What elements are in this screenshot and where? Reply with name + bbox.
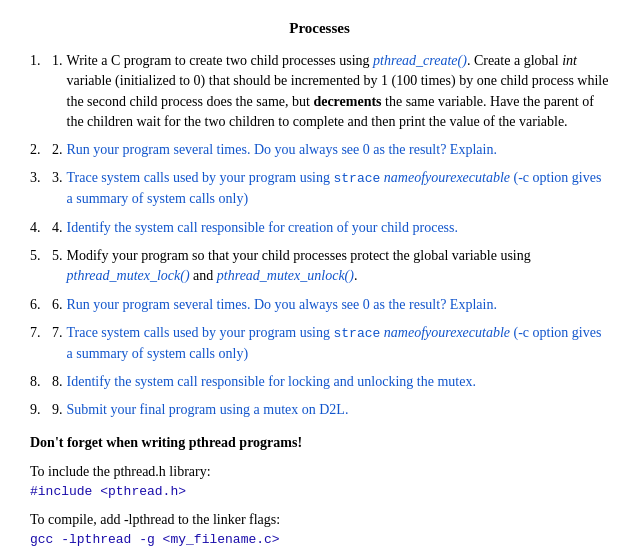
list-item: 2. Run your program several times. Do yo… <box>30 140 609 160</box>
list-number: 6. <box>52 295 63 315</box>
list-number: 1. <box>52 51 63 132</box>
list-item: 6. Run your program several times. Do yo… <box>30 295 609 315</box>
strace-ref: strace <box>334 171 381 186</box>
list-number: 7. <box>52 323 63 364</box>
compile-label: To compile, add -lpthread to the linker … <box>30 509 609 530</box>
list-number: 8. <box>52 372 63 392</box>
list-item-content: Trace system calls used by your program … <box>67 323 610 364</box>
reminder-heading: Don't forget when writing pthread progra… <box>30 435 609 451</box>
list-number: 5. <box>52 246 63 287</box>
list-item-content: Run your program several times. Do you a… <box>67 295 610 315</box>
list-item-content: Submit your final program using a mutex … <box>67 400 610 420</box>
list-item: 8. Identify the system call responsible … <box>30 372 609 392</box>
list-item-content: Modify your program so that your child p… <box>67 246 610 287</box>
strace-ref2: strace <box>334 326 381 341</box>
list-item-content: Trace system calls used by your program … <box>67 168 610 209</box>
task-list: 1. Write a C program to create two child… <box>30 51 609 421</box>
list-number: 3. <box>52 168 63 209</box>
list-item: 3. Trace system calls used by your progr… <box>30 168 609 209</box>
list-item: 9. Submit your final program using a mut… <box>30 400 609 420</box>
exec-name-ref2: nameofyourexecutable <box>384 325 510 340</box>
list-number: 4. <box>52 218 63 238</box>
list-item-content: Identify the system call responsible for… <box>67 372 610 392</box>
list-item: 7. Trace system calls used by your progr… <box>30 323 609 364</box>
list-item-content: Write a C program to create two child pr… <box>67 51 610 132</box>
include-label: To include the pthread.h library: <box>30 461 609 482</box>
compile-code: gcc -lpthread -g <my_filename.c> <box>30 532 609 547</box>
list-number: 9. <box>52 400 63 420</box>
mutex-lock-ref: pthread_mutex_lock() <box>67 268 190 283</box>
int-ref: int <box>562 53 577 68</box>
list-item: 1. Write a C program to create two child… <box>30 51 609 132</box>
list-item: 5. Modify your program so that your chil… <box>30 246 609 287</box>
pthread-create-ref: pthread_create() <box>373 53 467 68</box>
reminder-section: Don't forget when writing pthread progra… <box>30 435 609 547</box>
exec-name-ref: nameofyourexecutable <box>384 170 510 185</box>
list-item-content: Run your program several times. Do you a… <box>67 140 610 160</box>
list-item: 4. Identify the system call responsible … <box>30 218 609 238</box>
mutex-unlock-ref: pthread_mutex_unlock() <box>217 268 354 283</box>
decrements-word: decrements <box>313 94 381 109</box>
list-number: 2. <box>52 140 63 160</box>
list-item-content: Identify the system call responsible for… <box>67 218 610 238</box>
include-code: #include <pthread.h> <box>30 484 609 499</box>
page-title: Processes <box>30 20 609 37</box>
